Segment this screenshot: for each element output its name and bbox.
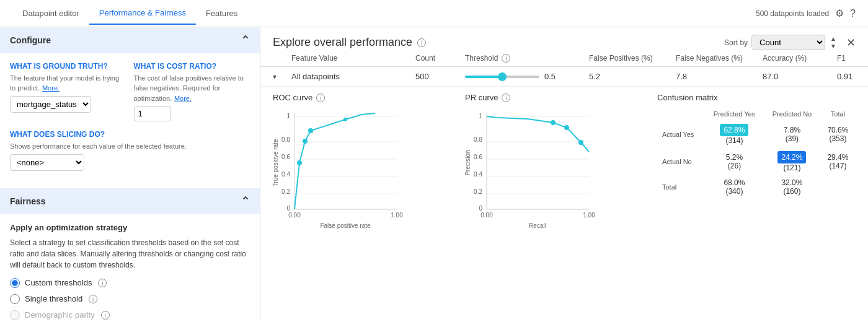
row-false-positives: 5.2: [589, 72, 676, 81]
cell-68-0: 68.0%: [724, 178, 745, 187]
confusion-total-pred-no: 32.0% (160): [764, 175, 820, 199]
charts-area: ROC curve i 0 0.2 0.4 0.6 0.8 1: [260, 87, 868, 239]
cell-7-8: 7.8%: [784, 126, 800, 134]
ground-truth-select-wrap: mortgage_status: [10, 96, 126, 113]
ground-truth-select[interactable]: mortgage_status: [10, 96, 91, 113]
option-custom-label: Custom thresholds: [25, 278, 92, 287]
ground-truth-col: WHAT IS GROUND TRUTH? The feature that y…: [10, 62, 126, 121]
svg-text:0.4: 0.4: [474, 171, 482, 178]
option-single-label: Single threshold: [25, 294, 82, 303]
radio-custom-thresholds[interactable]: [10, 278, 20, 288]
cell-count-26: (26): [728, 162, 741, 170]
threshold-info-icon[interactable]: i: [502, 54, 510, 63]
svg-point-18: [303, 139, 308, 144]
explore-title: Explore overall performance i: [273, 36, 426, 49]
radio-demographic-parity: [10, 310, 20, 320]
option-single-threshold[interactable]: Single threshold i: [10, 294, 250, 304]
svg-text:0: 0: [479, 205, 482, 212]
threshold-cell: 0.5: [465, 72, 589, 81]
svg-text:Recall: Recall: [529, 222, 546, 229]
confusion-row-actual-yes: Actual Yes 62.8% (314) 7.8% (39) 70.6%: [657, 121, 856, 148]
col-feature-value: Feature Value: [291, 54, 415, 63]
cell-5-2: 5.2%: [726, 153, 743, 162]
row-count: 500: [415, 72, 465, 81]
cost-ratio-input-wrap: [134, 106, 250, 121]
pr-title-text: PR curve: [465, 93, 498, 102]
svg-text:0.00: 0.00: [288, 212, 301, 219]
fairness-apply-title: Apply an optimization strategy: [10, 223, 250, 232]
cell-count-39: (39): [786, 134, 799, 143]
configure-title: Configure: [10, 35, 51, 45]
ground-truth-desc: The feature that your model is trying to…: [10, 74, 119, 92]
cell-count-314: (314): [725, 136, 743, 145]
custom-thresholds-info-icon[interactable]: i: [98, 279, 107, 287]
svg-text:Precision: Precision: [465, 150, 471, 175]
svg-text:1.00: 1.00: [583, 212, 595, 219]
col-false-positives: False Positives (%): [589, 54, 676, 63]
roc-title-text: ROC curve: [273, 93, 312, 102]
close-button[interactable]: ✕: [846, 36, 856, 50]
confusion-title: Confusion matrix: [657, 93, 856, 102]
col-accuracy: Accuracy (%): [763, 54, 837, 63]
main-layout: Configure ⌃ WHAT IS GROUND TRUTH? The fe…: [0, 27, 868, 322]
ground-truth-link[interactable]: WHAT IS GROUND TRUTH?: [10, 62, 126, 71]
slice-select-wrap: <none>: [10, 154, 250, 171]
table-header: Feature Value Count Threshold i False Po…: [260, 50, 868, 67]
cost-ratio-link[interactable]: WHAT IS COST RATIO?: [134, 62, 250, 71]
svg-text:0.2: 0.2: [281, 188, 290, 195]
sort-desc-button[interactable]: ▼: [829, 43, 838, 50]
sort-by-select[interactable]: Count Feature Value Accuracy (%): [751, 35, 825, 50]
slice-select[interactable]: <none>: [10, 154, 84, 171]
slice-by-desc: Shows performance for each value of the …: [10, 142, 187, 150]
svg-text:1: 1: [479, 113, 482, 120]
radio-single-threshold[interactable]: [10, 294, 20, 304]
fairness-section-header: Fairness ⌃: [0, 188, 260, 214]
cell-count-160: (160): [783, 187, 800, 196]
tab-performance-fairness[interactable]: Performance & Fairness: [89, 2, 196, 25]
tab-features[interactable]: Features: [196, 2, 247, 24]
cell-count-353: (353): [829, 134, 846, 143]
col-false-negatives: False Negatives (%): [676, 54, 763, 63]
single-threshold-info-icon[interactable]: i: [89, 295, 97, 303]
cost-ratio-input[interactable]: [134, 106, 171, 121]
confusion-actual-no-total: 29.4% (147): [820, 148, 856, 175]
svg-point-39: [564, 125, 569, 130]
pr-svg: 0 0.2 0.4 0.6 0.8 1 0.00 1.00 Recall Pre…: [465, 107, 595, 231]
tab-datapoint-editor[interactable]: Datapoint editor: [12, 2, 89, 24]
pr-info-icon[interactable]: i: [502, 94, 510, 102]
pr-chart-box: PR curve i 0 0.2 0.4 0.6 0.8 1: [465, 93, 645, 233]
cost-ratio-more[interactable]: More.: [174, 95, 192, 102]
demographic-parity-info-icon[interactable]: i: [101, 311, 110, 320]
confusion-actual-yes-total: 70.6% (353): [820, 121, 856, 148]
right-panel: Explore overall performance i Sort by Co…: [260, 27, 868, 322]
sort-asc-button[interactable]: ▲: [829, 36, 838, 42]
row-chevron[interactable]: ▾: [273, 72, 291, 81]
option-custom-thresholds[interactable]: Custom thresholds i: [10, 278, 250, 288]
roc-info-icon[interactable]: i: [316, 94, 325, 102]
pr-title: PR curve i: [465, 93, 645, 102]
confusion-matrix-box: Confusion matrix Predicted Yes Predicted…: [657, 93, 856, 233]
svg-text:0.4: 0.4: [281, 171, 290, 178]
explore-title-text: Explore overall performance: [273, 36, 412, 49]
svg-text:False positive rate: False positive rate: [320, 222, 371, 229]
cell-count-340: (340): [725, 187, 743, 196]
svg-text:0.6: 0.6: [474, 154, 482, 160]
confusion-col-pred-yes: Predicted Yes: [705, 107, 764, 121]
confusion-col-empty: [657, 107, 705, 121]
left-panel: Configure ⌃ WHAT IS GROUND TRUTH? The fe…: [0, 27, 260, 322]
row-f1: 0.91: [837, 72, 868, 81]
svg-point-40: [578, 140, 583, 145]
help-icon[interactable]: ?: [850, 8, 856, 19]
settings-icon[interactable]: ⚙: [835, 7, 844, 19]
datapoints-loaded-label: 500 datapoints loaded: [756, 9, 829, 18]
threshold-slider[interactable]: [465, 76, 539, 78]
svg-text:0.2: 0.2: [474, 188, 482, 195]
slice-by-link[interactable]: WHAT DOES SLICING DO?: [10, 130, 250, 139]
explore-info-icon[interactable]: i: [417, 38, 426, 47]
cell-teal-62: 62.8%: [720, 124, 748, 136]
fairness-chevron[interactable]: ⌃: [241, 194, 250, 208]
ground-truth-more[interactable]: More.: [42, 84, 60, 92]
confusion-actual-no-pred-no: 24.2% (121): [764, 148, 820, 175]
col-threshold: Threshold i: [465, 54, 589, 63]
configure-chevron[interactable]: ⌃: [241, 33, 250, 47]
